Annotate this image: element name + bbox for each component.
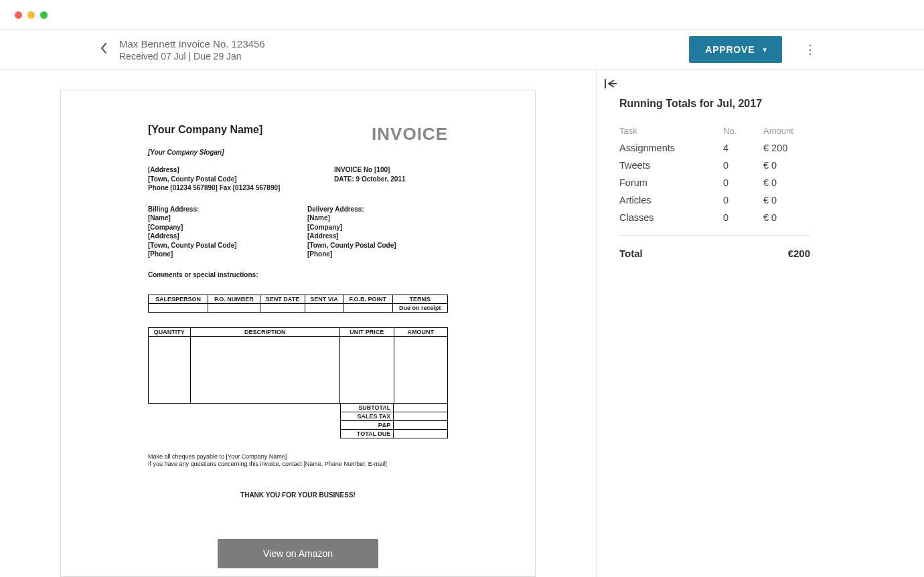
page-title: Max Bennett Invoice No. 123456 [119, 37, 689, 51]
more-options-button[interactable]: ⋮ [803, 42, 817, 57]
sidebar: Running Totals for Jul, 2017 Task No. Am… [596, 70, 924, 577]
running-totals-table: Task No. Amount Assignments4€ 200 Tweets… [619, 126, 810, 259]
totals-row: Assignments4€ 200 [619, 143, 810, 153]
subtotals-block: SUBTOTAL SALES TAX P&P TOTAL DUE [148, 404, 448, 438]
minimize-window-dot[interactable] [27, 11, 35, 19]
totals-row: Classes0€ 0 [619, 212, 810, 223]
invoice-thankyou: THANK YOU FOR YOUR BUSINESS! [148, 491, 448, 499]
totals-row: Tweets0€ 0 [619, 160, 810, 171]
line-items-table: QUANTITY DESCRIPTION UNIT PRICE AMOUNT [148, 327, 448, 404]
page-subtitle: Received 07 Jul | Due 29 Jan [119, 51, 689, 62]
approve-button[interactable]: APPROVE ▼ [689, 36, 782, 63]
back-button[interactable] [100, 43, 107, 56]
close-window-dot[interactable] [15, 11, 22, 19]
comments-label: Comments or special instructions: [148, 271, 448, 278]
totals-col-amount: Amount [763, 126, 810, 136]
collapse-sidebar-button[interactable] [605, 79, 617, 88]
running-totals-title: Running Totals for Jul, 2017 [619, 98, 810, 110]
invoice-slogan: [Your Company Slogan] [148, 149, 448, 156]
approve-button-label: APPROVE [705, 44, 755, 55]
view-on-amazon-button[interactable]: View on Amazon [218, 539, 378, 568]
totals-total-row: Total €200 [619, 248, 810, 259]
totals-divider [619, 235, 810, 236]
invoice-heading: INVOICE [372, 124, 448, 145]
billing-address-block: Billing Address: [Name] [Company] [Addre… [148, 205, 307, 259]
invoice-company-name: [Your Company Name] [148, 124, 262, 145]
chevron-down-icon: ▼ [761, 46, 769, 54]
invoice-company-address: [Address] [Town, County Postal Code] Pho… [148, 165, 334, 193]
totals-col-task: Task [619, 126, 723, 136]
maximize-window-dot[interactable] [40, 11, 48, 19]
totals-row: Forum0€ 0 [619, 177, 810, 188]
window-chrome [0, 0, 924, 30]
delivery-address-block: Delivery Address: [Name] [Company] [Addr… [307, 205, 448, 259]
main-pane: [Your Company Name] INVOICE [Your Compan… [0, 70, 596, 577]
totals-col-no: No. [723, 126, 763, 136]
shipping-table: SALESPERSON P.O. NUMBER SENT DATE SENT V… [148, 295, 448, 313]
invoice-footer-text: Make all cheques payable to [Your Compan… [148, 453, 448, 469]
totals-row: Articles0€ 0 [619, 195, 810, 205]
invoice-document: [Your Company Name] INVOICE [Your Compan… [60, 90, 536, 577]
invoice-number-date: INVOICE No [100] DATE: 9 October, 2011 [334, 165, 448, 193]
page-header: Max Bennett Invoice No. 123456 Received … [0, 30, 924, 70]
header-titles: Max Bennett Invoice No. 123456 Received … [119, 37, 689, 62]
